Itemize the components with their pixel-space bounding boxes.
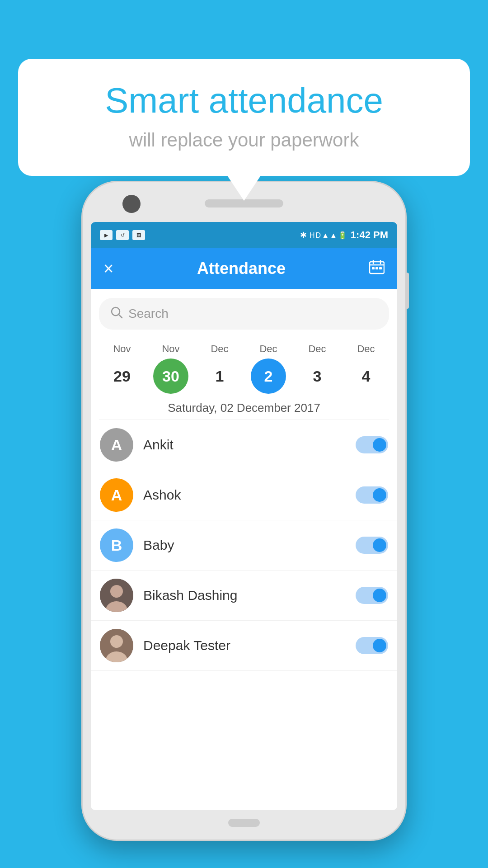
phone-wrapper: ▶ ↺ 🖼 ✱ HD▲▲🔋 1:42 PM × Attendance xyxy=(81,181,407,850)
person-name: Baby xyxy=(143,538,346,553)
date-number[interactable]: 1 xyxy=(202,359,237,394)
date-number[interactable]: 30 xyxy=(153,359,188,394)
status-icon-image: 🖼 xyxy=(132,230,145,240)
status-bar: ▶ ↺ 🖼 ✱ HD▲▲🔋 1:42 PM xyxy=(91,222,397,248)
list-item: Deepak Tester xyxy=(91,621,397,671)
list-item: Bikash Dashing xyxy=(91,571,397,621)
date-month: Dec xyxy=(357,343,375,355)
date-item[interactable]: Dec3 xyxy=(297,343,338,394)
search-bar[interactable]: Search xyxy=(99,298,389,330)
date-month: Nov xyxy=(113,343,131,355)
attendance-toggle[interactable] xyxy=(356,587,388,604)
list-item: BBaby xyxy=(91,520,397,571)
date-month: Dec xyxy=(259,343,277,355)
calendar-icon[interactable] xyxy=(369,260,385,278)
bluetooth-icon: ✱ xyxy=(300,230,307,240)
person-name: Ashok xyxy=(143,487,346,503)
svg-rect-6 xyxy=(379,267,382,269)
svg-rect-5 xyxy=(375,267,378,269)
avatar xyxy=(100,579,133,612)
svg-point-13 xyxy=(110,635,123,648)
person-name: Ankit xyxy=(143,437,346,453)
person-list: AAnkitAAshokBBabyBikash DashingDeepak Te… xyxy=(91,420,397,671)
header-title: Attendance xyxy=(197,259,286,278)
list-item: AAnkit xyxy=(91,420,397,470)
search-icon xyxy=(110,306,123,322)
status-icon-play: ▶ xyxy=(100,230,113,240)
avatar: A xyxy=(100,478,133,512)
date-number[interactable]: 2 xyxy=(251,359,286,394)
selected-date-label: Saturday, 02 December 2017 xyxy=(91,394,397,420)
attendance-toggle[interactable] xyxy=(356,436,388,453)
attendance-toggle[interactable] xyxy=(356,537,388,554)
date-number[interactable]: 4 xyxy=(348,359,384,394)
person-name: Bikash Dashing xyxy=(143,588,346,603)
avatar: B xyxy=(100,528,133,562)
date-month: Nov xyxy=(162,343,179,355)
svg-rect-4 xyxy=(372,267,375,269)
date-item[interactable]: Dec2 xyxy=(248,343,289,394)
date-number[interactable]: 29 xyxy=(104,359,140,394)
avatar xyxy=(100,629,133,662)
status-icon-refresh: ↺ xyxy=(116,230,129,240)
list-item: AAshok xyxy=(91,470,397,520)
status-icons-right: ✱ HD▲▲🔋 1:42 PM xyxy=(300,229,388,241)
app-tagline-title: Smart attendance xyxy=(45,81,443,120)
date-item[interactable]: Nov30 xyxy=(150,343,191,394)
date-item[interactable]: Dec1 xyxy=(199,343,240,394)
avatar: A xyxy=(100,428,133,462)
svg-line-8 xyxy=(119,315,122,318)
search-input[interactable]: Search xyxy=(128,307,169,321)
attendance-toggle[interactable] xyxy=(356,486,388,504)
speech-bubble: Smart attendance will replace your paper… xyxy=(18,59,470,176)
person-name: Deepak Tester xyxy=(143,638,346,653)
phone-camera-icon xyxy=(122,195,141,213)
svg-point-10 xyxy=(110,585,123,598)
phone-screen: ▶ ↺ 🖼 ✱ HD▲▲🔋 1:42 PM × Attendance xyxy=(91,222,397,810)
date-number[interactable]: 3 xyxy=(300,359,335,394)
phone-home-button xyxy=(228,819,260,827)
close-button[interactable]: × xyxy=(103,259,113,278)
status-time: 1:42 PM xyxy=(351,229,388,241)
app-header: × Attendance xyxy=(91,248,397,289)
attendance-toggle[interactable] xyxy=(356,637,388,654)
date-item[interactable]: Nov29 xyxy=(102,343,142,394)
signal-icons: HD▲▲🔋 xyxy=(310,231,348,240)
date-strip: Nov29Nov30Dec1Dec2Dec3Dec4 xyxy=(91,339,397,394)
phone-side-button xyxy=(405,273,409,309)
app-tagline-subtitle: will replace your paperwork xyxy=(45,129,443,151)
date-month: Dec xyxy=(211,343,228,355)
phone-shell: ▶ ↺ 🖼 ✱ HD▲▲🔋 1:42 PM × Attendance xyxy=(81,181,407,841)
status-icons-left: ▶ ↺ 🖼 xyxy=(100,230,145,240)
date-month: Dec xyxy=(308,343,326,355)
date-item[interactable]: Dec4 xyxy=(346,343,386,394)
